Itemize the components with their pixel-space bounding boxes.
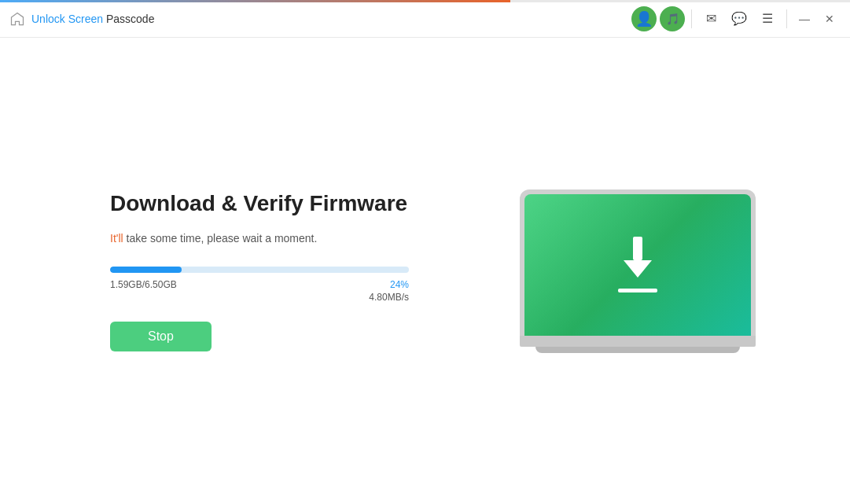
title-bar-progress-fill bbox=[0, 0, 510, 2]
download-icon-container bbox=[614, 237, 661, 292]
progress-size: 1.59GB/6.50GB bbox=[110, 279, 177, 303]
progress-percent: 24% bbox=[390, 279, 409, 290]
stop-button[interactable]: Stop bbox=[110, 322, 212, 351]
arrow-shaft bbox=[633, 237, 642, 260]
toolbar-icons: 👤 🎵 ✉ 💬 ☰ — ✕ bbox=[631, 6, 841, 31]
left-panel: Download & Verify Firmware It'll take so… bbox=[110, 191, 503, 351]
laptop-screen-outer bbox=[520, 189, 756, 336]
title-bar-progress bbox=[0, 0, 850, 2]
arrow-head bbox=[624, 260, 652, 278]
download-arrow-icon bbox=[614, 237, 661, 284]
menu-button[interactable]: ☰ bbox=[755, 6, 780, 31]
subtitle-text: It'll take some time, please wait a mome… bbox=[110, 232, 503, 245]
toolbar-divider bbox=[691, 9, 692, 28]
laptop-illustration bbox=[520, 189, 756, 353]
laptop-foot bbox=[535, 347, 740, 353]
chat-button[interactable]: 💬 bbox=[727, 6, 752, 31]
arrow-base bbox=[618, 289, 657, 292]
progress-meta: 1.59GB/6.50GB 24% 4.80MB/s bbox=[110, 279, 409, 303]
minimize-button[interactable]: — bbox=[793, 8, 815, 30]
progress-bar-track bbox=[110, 267, 409, 273]
close-button[interactable]: ✕ bbox=[819, 8, 841, 30]
subtitle-rest: take some time, please wait a moment. bbox=[123, 232, 318, 245]
subtitle-highlight: It'll bbox=[110, 232, 123, 245]
music-icon[interactable]: 🎵 bbox=[660, 6, 685, 31]
title-bar: Unlock Screen Passcode 👤 🎵 ✉ 💬 ☰ — ✕ bbox=[0, 0, 850, 38]
main-content: Download & Verify Firmware It'll take so… bbox=[0, 38, 850, 504]
download-speed: 4.80MB/s bbox=[369, 292, 409, 303]
toolbar-divider-2 bbox=[786, 9, 787, 28]
avatar-icon[interactable]: 👤 bbox=[631, 6, 657, 31]
home-icon[interactable] bbox=[9, 11, 25, 27]
app-title: Unlock Screen Passcode bbox=[31, 13, 631, 25]
laptop-base bbox=[520, 336, 756, 347]
laptop-screen bbox=[524, 194, 751, 336]
progress-bar-fill bbox=[110, 267, 182, 273]
mail-button[interactable]: ✉ bbox=[698, 6, 723, 31]
page-title: Download & Verify Firmware bbox=[110, 191, 503, 216]
right-panel bbox=[520, 189, 756, 353]
progress-section: 1.59GB/6.50GB 24% 4.80MB/s bbox=[110, 267, 503, 303]
